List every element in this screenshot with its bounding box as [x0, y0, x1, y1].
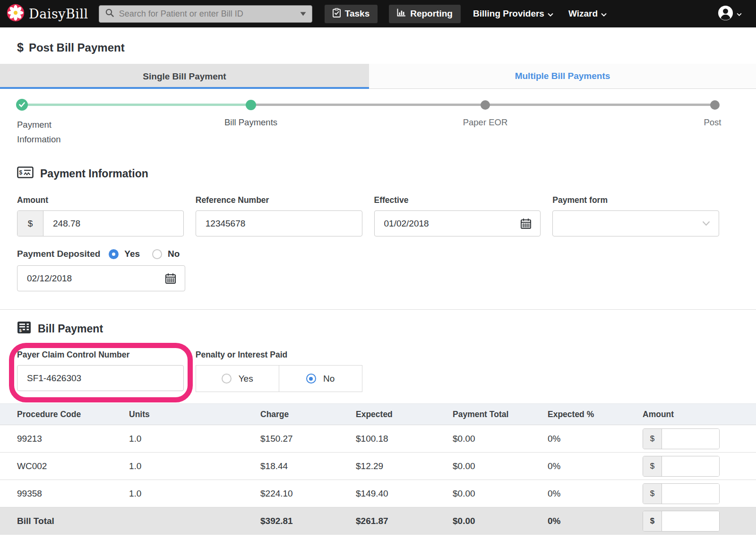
expected-pct-cell: 0% [548, 461, 643, 471]
search-icon [105, 8, 114, 19]
expected-cell: $12.29 [356, 461, 453, 471]
units-cell: 1.0 [129, 461, 260, 471]
reporting-button[interactable]: Reporting [389, 5, 461, 23]
payer-claim-control-number-input[interactable] [17, 373, 183, 384]
step-current-dot [246, 100, 256, 110]
penalty-no-option[interactable]: No [279, 366, 362, 392]
step-label-paper-eor: Paper EOR [463, 117, 508, 128]
payment-deposited-label: Payment Deposited [17, 249, 100, 259]
col-expected-pct: Expected % [548, 410, 643, 419]
expected-cell: $100.18 [356, 434, 453, 444]
daisy-flower-icon [7, 4, 25, 24]
page-title: Post Bill Payment [29, 41, 125, 54]
calendar-icon[interactable] [165, 273, 176, 284]
effective-label: Effective [374, 195, 541, 205]
procedure-code-cell: WC002 [0, 461, 129, 471]
payment-deposited-no-radio[interactable] [152, 249, 162, 259]
expected-pct-cell: 0% [548, 489, 643, 499]
row-amount-input[interactable] [662, 484, 719, 504]
tasks-button[interactable]: Tasks [325, 5, 378, 23]
deposit-date-field [17, 265, 185, 291]
progress-stepper: Payment Information Bill Payments Paper … [0, 89, 756, 160]
invoice-icon: $ [17, 321, 31, 337]
dollar-icon: $ [17, 41, 24, 54]
row-amount-input[interactable] [662, 429, 719, 449]
wizard-menu[interactable]: Wizard [568, 9, 607, 19]
chevron-down-icon [737, 9, 742, 18]
chevron-down-icon [601, 9, 607, 19]
payment-deposited-row: Payment Deposited Yes No [17, 249, 756, 259]
col-expected: Expected [356, 410, 453, 419]
search-input[interactable] [119, 9, 295, 19]
payment-information-fields: Amount $ Reference Number Effective Paym… [17, 195, 719, 236]
units-cell: 1.0 [129, 434, 260, 444]
payer-claim-control-number-field: Payer Claim Control Number [17, 350, 184, 392]
table-header-row: Procedure Code Units Charge Expected Pay… [0, 403, 756, 425]
reference-number-label: Reference Number [196, 195, 362, 205]
wizard-label: Wizard [568, 9, 598, 19]
procedure-code-cell: 99358 [0, 489, 129, 499]
payment-form-select[interactable] [552, 210, 719, 236]
row-amount-input[interactable] [662, 456, 719, 476]
amount-field: Amount $ [17, 195, 184, 236]
effective-date-field: Effective [374, 195, 541, 236]
penalty-or-interest-paid-label: Penalty or Interest Paid [196, 350, 362, 360]
billing-providers-label: Billing Providers [473, 9, 544, 19]
dollar-prefix-addon: $ [17, 211, 43, 236]
payer-claim-control-number-label: Payer Claim Control Number [17, 350, 184, 360]
amount-input[interactable] [43, 218, 183, 229]
reference-number-input[interactable] [196, 218, 362, 229]
patient-search[interactable] [99, 5, 312, 23]
user-account-menu[interactable] [718, 5, 742, 23]
payment-deposited-yes-radio[interactable] [109, 249, 119, 259]
dollar-prefix-addon: $ [643, 511, 662, 531]
payment-total-cell: $0.00 [453, 489, 548, 499]
no-label[interactable]: No [168, 249, 180, 259]
bar-chart-icon [397, 9, 406, 19]
payment-information-heading: $ Payment Information [17, 166, 756, 181]
tasks-label: Tasks [345, 9, 369, 19]
total-charge-cell: $392.81 [260, 516, 356, 526]
col-units: Units [129, 410, 260, 419]
daisybill-logo[interactable]: DaisyBill [7, 4, 88, 24]
top-navbar: DaisyBill Tasks Reporting Billing Provi [0, 0, 756, 27]
tab-label: Multiple Bill Payments [515, 71, 610, 81]
deposit-date-input[interactable] [17, 273, 165, 284]
payment-form-value[interactable] [553, 218, 702, 229]
tab-multiple-bill-payments[interactable]: Multiple Bill Payments [369, 64, 756, 89]
table-row: 99213 1.0 $150.27 $100.18 $0.00 0% $ [0, 425, 756, 453]
penalty-no-radio[interactable] [306, 374, 316, 384]
stepper-track-complete [22, 104, 251, 106]
tab-single-bill-payment[interactable]: Single Bill Payment [0, 64, 369, 89]
calendar-icon[interactable] [520, 218, 532, 229]
effective-date-input[interactable] [375, 218, 521, 229]
step-label-bill-payments: Bill Payments [224, 117, 277, 128]
reference-number-field: Reference Number [196, 195, 362, 236]
penalty-yes-option[interactable]: Yes [196, 366, 279, 392]
penalty-yes-radio[interactable] [222, 374, 232, 384]
payment-mode-tabs: Single Bill Payment Multiple Bill Paymen… [0, 64, 756, 89]
step-upcoming-dot [710, 100, 720, 110]
billing-providers-menu[interactable]: Billing Providers [473, 9, 553, 19]
search-dropdown-caret-icon[interactable] [300, 9, 306, 18]
penalty-or-interest-paid-field: Penalty or Interest Paid Yes No [196, 350, 362, 392]
section-divider [0, 309, 756, 310]
yes-label: Yes [239, 374, 253, 384]
payment-total-cell: $0.00 [453, 434, 548, 444]
col-amount: Amount [643, 410, 756, 419]
total-amount-input[interactable] [662, 511, 719, 531]
penalty-segmented-control: Yes No [196, 365, 362, 392]
step-upcoming-dot [481, 100, 490, 110]
dollar-prefix-addon: $ [643, 456, 662, 476]
total-expected-cell: $261.87 [356, 516, 453, 526]
bill-payment-fields: Payer Claim Control Number Penalty or In… [17, 350, 719, 392]
row-amount-input-group: $ [643, 456, 720, 477]
col-payment-total: Payment Total [453, 410, 548, 419]
total-amount-input-group: $ [643, 511, 720, 532]
payment-form-field: Payment form [552, 195, 719, 236]
yes-label[interactable]: Yes [124, 249, 140, 259]
payment-form-label: Payment form [552, 195, 719, 205]
dollar-prefix-addon: $ [643, 429, 662, 449]
charge-cell: $224.10 [260, 489, 356, 499]
expected-cell: $149.40 [356, 489, 453, 499]
